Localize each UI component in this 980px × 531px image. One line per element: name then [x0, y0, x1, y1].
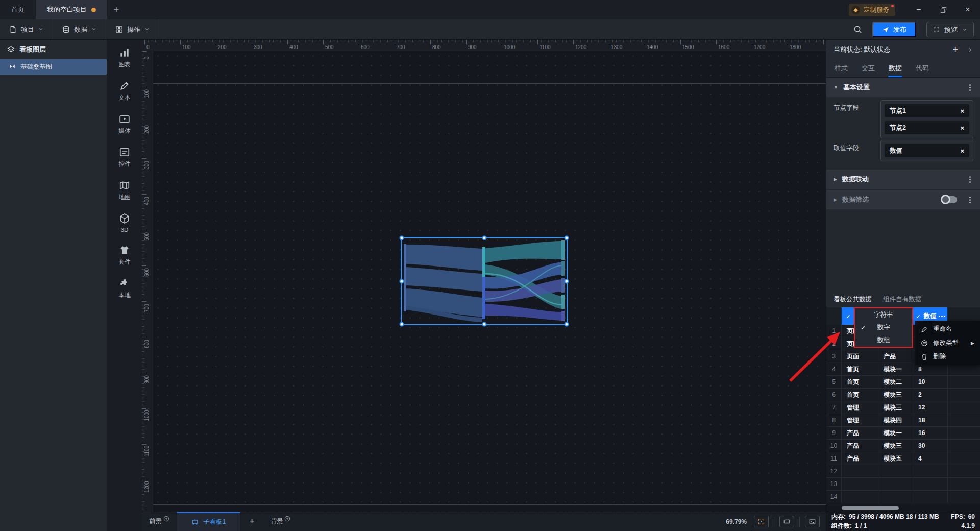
resize-handle[interactable]: [400, 236, 404, 240]
dock-item-1[interactable]: 文本: [119, 80, 131, 102]
editor-canvas[interactable]: 0100200300400500600700800900100011001200…: [142, 40, 826, 531]
remove-field-icon[interactable]: ×: [960, 107, 964, 115]
dock-item-5[interactable]: 3D: [119, 213, 130, 233]
table-row[interactable]: 6 首页 模块三 2: [826, 389, 980, 401]
diamond-icon: ◆: [851, 6, 860, 14]
table-row[interactable]: 12: [826, 465, 980, 478]
minimize-button[interactable]: −: [906, 0, 931, 19]
board-icon: [191, 519, 199, 526]
data-source-tab-0[interactable]: 看板公共数据: [834, 295, 872, 304]
preview-button[interactable]: 预览: [926, 22, 974, 37]
table-row[interactable]: 11 产品 模块五 4: [826, 452, 980, 465]
context-menu-item-1[interactable]: 修改类型▶: [915, 336, 980, 350]
project-tab[interactable]: 首页: [0, 0, 36, 19]
dock-item-3[interactable]: 控件: [119, 147, 131, 168]
inspector-tab-1[interactable]: 交互: [862, 59, 875, 77]
type-option-2[interactable]: 数组: [855, 334, 912, 347]
change-type-submenu: 字符串✓数字数组: [854, 307, 913, 348]
foreground-button[interactable]: 前景: [142, 512, 177, 531]
value-fields-box[interactable]: 数值×: [880, 140, 973, 161]
resize-handle[interactable]: [482, 322, 486, 327]
vertical-ruler: 0100200300400500600700800900100011001200: [142, 51, 153, 512]
inspector-tab-0[interactable]: 样式: [835, 59, 848, 77]
type-option-0[interactable]: 字符串: [855, 308, 912, 321]
background-button[interactable]: 背景: [263, 512, 298, 531]
close-button[interactable]: ×: [955, 0, 980, 19]
type-option-1[interactable]: ✓数字: [855, 321, 912, 334]
table-row[interactable]: 7 管理 模块三 12: [826, 401, 980, 414]
shortcut-keys-button[interactable]: [779, 516, 794, 527]
custom-service-badge[interactable]: ◆ 定制服务: [849, 4, 895, 16]
row-number-header: [826, 307, 842, 325]
subboard-tab[interactable]: 子看板1: [177, 512, 240, 531]
resize-handle[interactable]: [400, 279, 404, 283]
table-row[interactable]: 9 产品 模块一 16: [826, 427, 980, 440]
remove-field-icon[interactable]: ×: [960, 147, 964, 155]
ruler-tick-label: 400: [289, 44, 298, 50]
ruler-tick-label: 1100: [144, 441, 150, 462]
field-chip[interactable]: 节点2×: [885, 121, 969, 134]
dock-item-2[interactable]: 媒体: [119, 113, 131, 135]
restore-button[interactable]: [931, 0, 955, 19]
section-menu-icon[interactable]: [969, 87, 971, 88]
sankey-chart-component[interactable]: [402, 238, 567, 324]
table-scrollbar[interactable]: [826, 506, 980, 510]
ruler-tick-label: 800: [144, 334, 150, 354]
inspector-tab-3[interactable]: 代码: [916, 59, 929, 77]
menu-item-2[interactable]: 操作: [106, 19, 159, 39]
data-linkage-section[interactable]: ▶ 数据联动: [826, 170, 980, 189]
chevron-right-icon: ▶: [834, 177, 837, 182]
field-chip[interactable]: 节点1×: [885, 104, 969, 117]
dock-item-7[interactable]: 本地: [119, 278, 131, 299]
menu-item-0[interactable]: 项目: [0, 19, 53, 39]
chevron-right-icon[interactable]: [967, 47, 973, 53]
data-filter-section[interactable]: ▶ 数据筛选: [826, 190, 980, 209]
scrollbar-thumb[interactable]: [842, 506, 899, 510]
add-state-button[interactable]: +: [952, 44, 958, 55]
resize-handle[interactable]: [482, 236, 486, 240]
filter-toggle[interactable]: [942, 196, 957, 203]
ruler-tick-label: 500: [144, 227, 150, 247]
dock-item-6[interactable]: 套件: [119, 245, 131, 266]
search-icon[interactable]: [853, 25, 862, 34]
project-tabs: 首页我的空白项目: [0, 0, 107, 19]
project-tab[interactable]: 我的空白项目: [36, 0, 107, 19]
layer-item[interactable]: 基础桑基图: [0, 59, 107, 75]
state-row: 当前状态: 默认状态 +: [826, 40, 980, 59]
table-row[interactable]: 13: [826, 478, 980, 491]
table-row[interactable]: 5 首页 模块二 10: [826, 376, 980, 389]
section-menu-icon[interactable]: [969, 199, 971, 201]
column-menu-icon[interactable]: [941, 316, 943, 317]
table-row[interactable]: 14: [826, 491, 980, 503]
field-chip[interactable]: 数值×: [885, 144, 969, 157]
layers-panel: 看板图层 基础桑基图: [0, 40, 107, 531]
table-row[interactable]: 8 管理 模块四 18: [826, 414, 980, 427]
node-fields-box[interactable]: 节点1×节点2×: [880, 100, 973, 138]
plus-circle-icon[interactable]: [284, 516, 290, 522]
context-menu-item-0[interactable]: 重命名: [915, 322, 980, 336]
state-value: 默认状态: [864, 45, 890, 54]
publish-button[interactable]: 发布: [872, 22, 916, 37]
context-menu-item-2[interactable]: 删除: [915, 350, 980, 364]
table-row[interactable]: 10 产品 模块三 30: [826, 440, 980, 452]
console-button[interactable]: [805, 516, 820, 527]
dock-item-4[interactable]: 地图: [119, 180, 131, 201]
inspector-tab-2[interactable]: 数据: [889, 59, 902, 77]
dock-item-0[interactable]: 图表: [119, 47, 131, 68]
resize-handle[interactable]: [565, 279, 569, 283]
data-source-tab-1[interactable]: 组件自有数据: [883, 295, 921, 304]
resize-handle[interactable]: [565, 322, 569, 327]
basic-settings-section[interactable]: ▼ 基本设置: [826, 78, 980, 97]
resize-handle[interactable]: [565, 236, 569, 240]
add-subboard-button[interactable]: +: [240, 512, 263, 531]
layers-panel-header: 看板图层: [0, 40, 107, 59]
components-label: 组件数:: [831, 522, 852, 530]
new-tab-button[interactable]: +: [107, 0, 126, 19]
resize-handle[interactable]: [400, 322, 404, 327]
remove-field-icon[interactable]: ×: [960, 124, 964, 132]
menu-item-1[interactable]: 数据: [53, 19, 106, 39]
ruler-tick-label: 1200: [144, 477, 150, 497]
fit-screen-button[interactable]: [754, 516, 769, 527]
plus-circle-icon[interactable]: [163, 516, 169, 522]
section-menu-icon[interactable]: [969, 179, 971, 180]
